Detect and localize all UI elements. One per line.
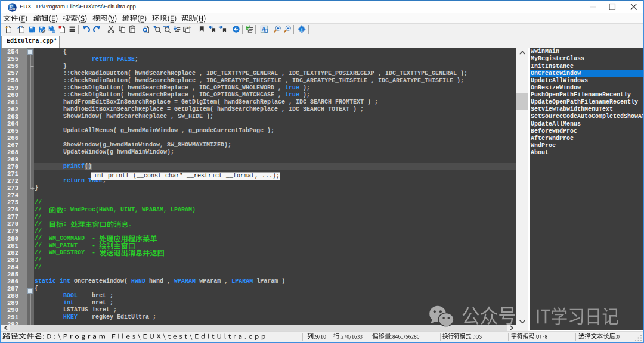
- svg-text:ab: ab: [188, 26, 191, 29]
- svg-text:i: i: [265, 29, 265, 32]
- svg-text:u: u: [13, 5, 15, 11]
